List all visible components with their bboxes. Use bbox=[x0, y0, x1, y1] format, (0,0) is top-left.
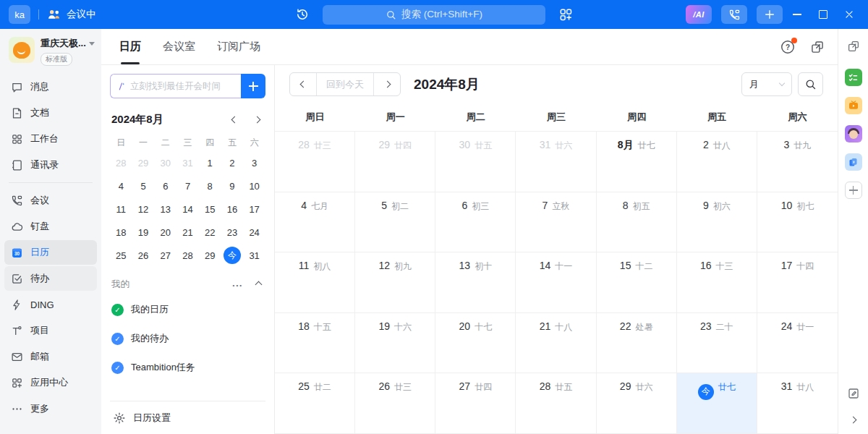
sidebar-item-meetings[interactable]: 会议 bbox=[4, 188, 97, 213]
mini-day[interactable]: 31 bbox=[176, 151, 199, 174]
meeting-time-finder-input[interactable] bbox=[130, 81, 236, 91]
help-button[interactable]: ? bbox=[780, 39, 796, 55]
create-event-button[interactable] bbox=[241, 74, 265, 98]
workspace-badge[interactable]: ka bbox=[9, 5, 30, 24]
mini-day[interactable]: 15 bbox=[199, 197, 221, 221]
day-cell[interactable]: 30廿五 bbox=[435, 132, 516, 192]
mini-day[interactable]: 29 bbox=[132, 151, 155, 174]
day-cell[interactable]: 28廿三 bbox=[275, 132, 355, 192]
mini-day[interactable]: 11 bbox=[110, 197, 132, 221]
day-cell[interactable]: 11初八 bbox=[275, 252, 355, 313]
mini-day-today[interactable]: 今 bbox=[221, 244, 244, 267]
ai-assistant-button[interactable]: /AI bbox=[686, 5, 712, 24]
day-cell[interactable]: 25廿二 bbox=[275, 373, 355, 434]
app-grid-add-icon[interactable] bbox=[558, 7, 573, 22]
mini-day[interactable]: 28 bbox=[176, 244, 199, 267]
call-button[interactable] bbox=[721, 5, 747, 24]
mini-day[interactable]: 4 bbox=[110, 174, 132, 197]
day-cell[interactable]: 20十七 bbox=[435, 313, 516, 374]
mini-day[interactable]: 17 bbox=[243, 197, 265, 221]
section-more-icon[interactable] bbox=[233, 281, 243, 289]
day-cell[interactable]: 31廿六 bbox=[516, 132, 596, 192]
sidebar-item-mail[interactable]: 邮箱 bbox=[4, 344, 97, 369]
day-cell[interactable]: 24廿一 bbox=[757, 313, 838, 374]
mini-day[interactable]: 31 bbox=[243, 244, 265, 267]
day-cell[interactable]: 29廿六 bbox=[597, 373, 677, 434]
mini-day[interactable]: 9 bbox=[221, 174, 244, 197]
mini-day[interactable]: 23 bbox=[221, 221, 244, 244]
sidebar-item-docs[interactable]: 文档 bbox=[4, 101, 97, 125]
day-cell[interactable]: 5初二 bbox=[355, 192, 435, 253]
sidebar-item-contacts[interactable]: 通讯录 bbox=[4, 153, 97, 177]
history-icon[interactable] bbox=[295, 7, 310, 22]
tab-calendar[interactable]: 日历 bbox=[119, 29, 141, 64]
day-cell[interactable]: 14十一 bbox=[516, 252, 596, 313]
day-cell-today[interactable]: 今廿七 bbox=[677, 373, 757, 434]
calendar-check-icon[interactable] bbox=[111, 333, 124, 345]
calendar-check-icon[interactable] bbox=[111, 304, 124, 316]
day-cell[interactable]: 4七月 bbox=[275, 192, 355, 253]
day-cell[interactable]: 26廿三 bbox=[355, 373, 435, 434]
mini-day[interactable]: 7 bbox=[176, 174, 199, 197]
sidebar-item-more[interactable]: 更多 bbox=[4, 396, 97, 421]
day-cell[interactable]: 15十二 bbox=[597, 252, 677, 313]
day-cell[interactable]: 17十四 bbox=[757, 252, 838, 313]
day-cell[interactable]: 8月廿七 bbox=[597, 132, 677, 192]
calendar-search-button[interactable] bbox=[798, 72, 823, 96]
mini-day[interactable]: 29 bbox=[199, 244, 221, 267]
meeting-time-finder[interactable] bbox=[110, 74, 241, 98]
mini-day[interactable]: 5 bbox=[132, 174, 155, 197]
calendar-check-icon[interactable] bbox=[111, 362, 124, 374]
mini-day[interactable]: 25 bbox=[110, 244, 132, 267]
mini-day[interactable]: 18 bbox=[110, 221, 132, 244]
add-app-button[interactable] bbox=[845, 182, 862, 199]
quick-add-button[interactable] bbox=[757, 5, 783, 24]
sidebar-item-workbench[interactable]: 工作台 bbox=[4, 127, 97, 151]
day-cell[interactable]: 16十三 bbox=[677, 252, 757, 313]
calendar-list-item-teambition[interactable]: Teambition任务 bbox=[110, 353, 265, 382]
day-cell[interactable]: 27廿四 bbox=[435, 373, 516, 434]
collapse-right-icon[interactable] bbox=[850, 417, 857, 424]
mini-day[interactable]: 6 bbox=[154, 174, 176, 197]
mini-day[interactable]: 10 bbox=[243, 174, 265, 197]
ai-avatar[interactable] bbox=[845, 125, 862, 142]
mini-day[interactable]: 13 bbox=[154, 197, 176, 221]
sidebar-item-messages[interactable]: 消息 bbox=[4, 75, 97, 99]
mini-day[interactable]: 19 bbox=[132, 221, 155, 244]
calendar-list-item-my-todo[interactable]: 我的待办 bbox=[110, 324, 265, 353]
note-button[interactable] bbox=[847, 387, 860, 400]
mini-day[interactable]: 3 bbox=[243, 151, 265, 174]
tab-meeting-rooms[interactable]: 会议室 bbox=[163, 29, 195, 64]
sidebar-item-projects[interactable]: 项目 bbox=[4, 318, 97, 343]
mini-next-month-button[interactable] bbox=[254, 116, 261, 124]
mini-day[interactable]: 30 bbox=[154, 151, 176, 174]
mini-day[interactable]: 26 bbox=[132, 244, 155, 267]
day-cell[interactable]: 6初三 bbox=[435, 192, 516, 253]
view-mode-select[interactable]: 月 bbox=[741, 72, 792, 96]
day-cell[interactable]: 21十八 bbox=[516, 313, 596, 374]
day-cell[interactable]: 12初九 bbox=[355, 252, 435, 313]
mini-day[interactable]: 1 bbox=[199, 151, 221, 174]
day-cell[interactable]: 23二十 bbox=[677, 313, 757, 374]
sidebar-item-calendar[interactable]: 30 日历 bbox=[4, 240, 97, 265]
mini-day[interactable]: 20 bbox=[154, 221, 176, 244]
minimize-button[interactable] bbox=[786, 5, 809, 24]
next-month-button[interactable] bbox=[374, 73, 400, 95]
day-cell[interactable]: 8初五 bbox=[597, 192, 677, 253]
mini-prev-month-button[interactable] bbox=[231, 116, 239, 124]
maximize-button[interactable] bbox=[812, 5, 835, 24]
prev-month-button[interactable] bbox=[290, 73, 316, 95]
video-app-icon[interactable] bbox=[845, 97, 862, 114]
teambition-app-icon[interactable] bbox=[845, 153, 862, 171]
mini-day[interactable]: 2 bbox=[221, 151, 244, 174]
calendar-list-item-my-calendar[interactable]: 我的日历 bbox=[110, 295, 265, 324]
global-search-input[interactable]: 搜索 (Ctrl+Shift+F) bbox=[323, 5, 545, 25]
mini-day[interactable]: 8 bbox=[199, 174, 221, 197]
checklist-app-icon[interactable] bbox=[845, 69, 862, 86]
day-cell[interactable]: 10初七 bbox=[757, 192, 838, 253]
sidebar-item-todo[interactable]: 待办 bbox=[4, 266, 97, 291]
day-cell[interactable]: 3廿九 bbox=[757, 132, 838, 192]
back-to-today-button[interactable]: 回到今天 bbox=[316, 73, 374, 95]
open-external-button[interactable] bbox=[810, 40, 825, 54]
mini-day[interactable]: 22 bbox=[199, 221, 221, 244]
